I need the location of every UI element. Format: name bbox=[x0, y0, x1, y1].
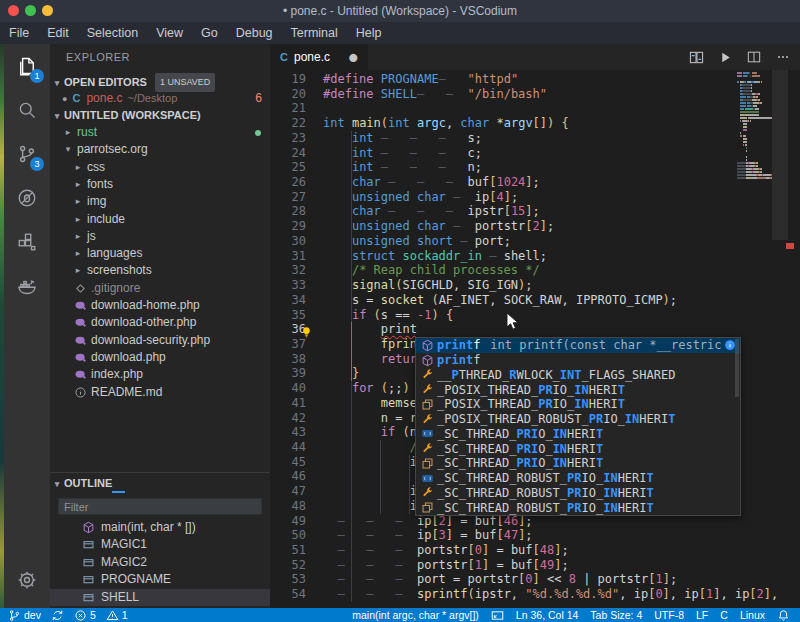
workspace-header[interactable]: ▾UNTITLED (WORKSPACE) bbox=[50, 107, 270, 124]
code-line[interactable]: int – – – c; bbox=[270, 146, 740, 161]
activity-bar-item-source-control[interactable]: 3 bbox=[4, 132, 50, 176]
outline-item-magic2[interactable]: MAGIC2 bbox=[50, 554, 270, 571]
suggestion-item[interactable]: printfint printf(const char *__restrict_… bbox=[416, 338, 740, 353]
code-line[interactable]: print bbox=[270, 322, 740, 337]
scrollbar-thumb[interactable] bbox=[772, 70, 788, 240]
tab-pone.c[interactable]: C pone.c ⬤ bbox=[270, 44, 368, 70]
code-line[interactable]: #define SHELL– – "/bin/bash" bbox=[270, 87, 740, 102]
activity-bar-item-explorer[interactable]: 1 bbox=[4, 44, 50, 88]
menu-item-file[interactable]: File bbox=[0, 22, 38, 44]
suggestion-item[interactable]: _SC_THREAD_PRIO_INHERIT bbox=[416, 456, 740, 471]
suggestion-item[interactable]: _SC_THREAD_ROBUST_PRIO_INHERIT bbox=[416, 500, 740, 515]
tree-file-index.php[interactable]: index.php bbox=[50, 366, 270, 383]
activity-bar-item-extensions[interactable] bbox=[4, 220, 50, 264]
menu-item-help[interactable]: Help bbox=[347, 22, 391, 44]
code-line[interactable]: signal(SIGCHLD, SIG_IGN); bbox=[270, 278, 740, 293]
menu-item-edit[interactable]: Edit bbox=[38, 22, 78, 44]
open-editors-header[interactable]: ▾OPEN EDITORS1 UNSAVED bbox=[50, 73, 270, 90]
activity-bar-item-settings[interactable] bbox=[4, 558, 50, 602]
tree-file-download-home.php[interactable]: download-home.php bbox=[50, 297, 270, 314]
status-warnings[interactable]: 1 bbox=[106, 609, 128, 622]
tree-file-download.php[interactable]: download.php bbox=[50, 349, 270, 366]
code-line[interactable]: int main(int argc, char *argv[]) { bbox=[270, 116, 740, 131]
status-eol[interactable]: LF bbox=[696, 609, 708, 621]
tree-folder-fonts[interactable]: ▸fonts bbox=[50, 176, 270, 193]
run-button[interactable] bbox=[719, 51, 732, 64]
status-encoding[interactable]: UTF-8 bbox=[654, 609, 684, 621]
open-changes-button[interactable] bbox=[689, 50, 704, 65]
suggestion-item[interactable]: _SC_THREAD_ROBUST_PRIO_INHERIT bbox=[416, 471, 740, 486]
outline-item-shell[interactable]: SHELL bbox=[50, 589, 270, 606]
suggestion-item[interactable]: _POSIX_THREAD_PRIO_INHERIT bbox=[416, 397, 740, 412]
tree-file-.gitignore[interactable]: .gitignore bbox=[50, 280, 270, 297]
code-line[interactable]: char – – – ipstr[15]; bbox=[270, 204, 740, 219]
outline-filter-input[interactable] bbox=[58, 498, 262, 515]
status-git-branch[interactable]: dev bbox=[8, 609, 41, 622]
suggestion-item[interactable]: _SC_THREAD_PRIO_INHERIT bbox=[416, 441, 740, 456]
code-line[interactable]: if (s == -1) { bbox=[270, 308, 740, 323]
minimap[interactable] bbox=[737, 72, 772, 180]
code-line[interactable]: – – – port = portstr[0] << 8 | portstr[1… bbox=[270, 572, 740, 587]
more-actions-button[interactable] bbox=[776, 50, 790, 64]
menu-item-debug[interactable]: Debug bbox=[227, 22, 282, 44]
split-editor-button[interactable] bbox=[747, 50, 761, 64]
outline-item-main-int-char-[interactable]: main(int, char * []) bbox=[50, 519, 270, 536]
suggestion-item[interactable]: _POSIX_THREAD_ROBUST_PRIO_INHERIT bbox=[416, 412, 740, 427]
code-line[interactable]: unsigned char – ip[4]; bbox=[270, 190, 740, 205]
code-line[interactable]: /* Reap child processes */ bbox=[270, 263, 740, 278]
outline-item-magic1[interactable]: MAGIC1 bbox=[50, 536, 270, 553]
status-indentation[interactable]: Tab Size: 4 bbox=[590, 609, 642, 621]
tree-folder-parrotsec.org[interactable]: ▾parrotsec.org bbox=[50, 141, 270, 158]
code-line[interactable]: – – – sprintf(ipstr, "%d.%d.%d.%d", ip[0… bbox=[270, 587, 740, 602]
status-cursor-position[interactable]: Ln 36, Col 14 bbox=[516, 609, 578, 621]
status-os[interactable]: Linux bbox=[740, 609, 765, 621]
code-line[interactable]: s = socket (AF_INET, SOCK_RAW, IPPROTO_I… bbox=[270, 293, 740, 308]
tree-folder-screenshots[interactable]: ▸screenshots bbox=[50, 262, 270, 279]
activity-bar-item-docker[interactable] bbox=[4, 264, 50, 308]
code-line[interactable]: – – – portstr[1] = buf[49]; bbox=[270, 558, 740, 573]
code-line[interactable]: int – – – n; bbox=[270, 160, 740, 175]
code-line[interactable]: unsigned char – portstr[2]; bbox=[270, 219, 740, 234]
menu-item-go[interactable]: Go bbox=[192, 22, 227, 44]
lightbulb-icon[interactable] bbox=[300, 326, 313, 339]
open-editor-item-pone.c[interactable]: ●Cpone.c~/Desktop 6 bbox=[50, 90, 270, 107]
tree-folder-css[interactable]: ▸css bbox=[50, 159, 270, 176]
status-language-mode[interactable]: C bbox=[720, 609, 728, 621]
status-sync[interactable] bbox=[51, 609, 64, 622]
tree-file-download-other.php[interactable]: download-other.php bbox=[50, 314, 270, 331]
suggestion-item[interactable]: _SC_THREAD_ROBUST_PRIO_INHERIT bbox=[416, 486, 740, 501]
status-errors[interactable]: 5 bbox=[74, 609, 96, 622]
outline-header[interactable]: ▾OUTLINE bbox=[50, 473, 270, 493]
menu-item-selection[interactable]: Selection bbox=[78, 22, 147, 44]
activity-bar-item-search[interactable] bbox=[4, 88, 50, 132]
suggestion-item[interactable]: printf bbox=[416, 353, 740, 368]
code-line[interactable] bbox=[270, 101, 740, 116]
activity-bar-item-debug[interactable] bbox=[4, 176, 50, 220]
status-notifications[interactable] bbox=[777, 609, 790, 622]
tree-file-download-security.php[interactable]: download-security.php bbox=[50, 332, 270, 349]
code-editor[interactable]: 1920212223242526272829303132333435363738… bbox=[270, 70, 800, 608]
minimap-line bbox=[737, 150, 772, 152]
code-line[interactable]: – – – ip[3] = buf[47]; bbox=[270, 528, 740, 543]
tree-file-README.md[interactable]: README.md bbox=[50, 384, 270, 401]
popup-scrollbar[interactable] bbox=[735, 339, 739, 397]
code-line[interactable]: unsigned short – port; bbox=[270, 234, 740, 249]
menu-item-view[interactable]: View bbox=[147, 22, 192, 44]
status-screen-reader[interactable] bbox=[491, 609, 504, 622]
suggestion-item[interactable]: _SC_THREAD_PRIO_INHERIT bbox=[416, 427, 740, 442]
suggestion-item[interactable]: __PTHREAD_RWLOCK_INT_FLAGS_SHARED bbox=[416, 368, 740, 383]
menu-item-terminal[interactable]: Terminal bbox=[282, 22, 347, 44]
tree-folder-rust[interactable]: ▸rust bbox=[50, 124, 270, 141]
tree-folder-include[interactable]: ▸include bbox=[50, 211, 270, 228]
code-line[interactable]: struct sockaddr_in – shell; bbox=[270, 249, 740, 264]
code-line[interactable]: int – – – s; bbox=[270, 131, 740, 146]
code-line[interactable]: #define PROGNAME– "httpd" bbox=[270, 72, 740, 87]
suggestion-item[interactable]: _POSIX_THREAD_PRIO_INHERIT bbox=[416, 382, 740, 397]
outline-item-progname[interactable]: PROGNAME bbox=[50, 571, 270, 588]
tree-folder-js[interactable]: ▸js bbox=[50, 228, 270, 245]
tree-folder-languages[interactable]: ▸languages bbox=[50, 245, 270, 262]
tree-folder-img[interactable]: ▸img bbox=[50, 193, 270, 210]
status-symbol-context[interactable]: main(int argc, char * argv[]) bbox=[352, 609, 479, 621]
code-line[interactable]: – – – portstr[0] = buf[48]; bbox=[270, 543, 740, 558]
code-line[interactable]: char – – – buf[1024]; bbox=[270, 175, 740, 190]
